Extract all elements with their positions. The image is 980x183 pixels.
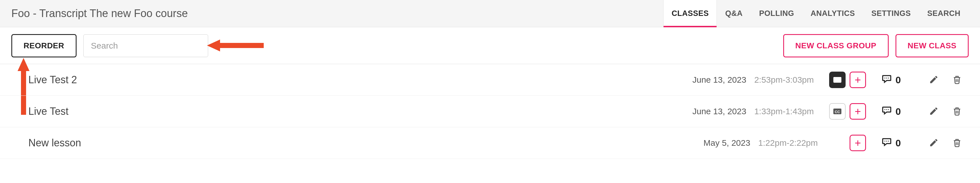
new-class-group-button[interactable]: NEW CLASS GROUP bbox=[783, 34, 889, 58]
trash-icon bbox=[952, 81, 962, 85]
trash-icon bbox=[952, 144, 962, 148]
add-media-button[interactable]: + bbox=[850, 72, 866, 88]
tab-settings[interactable]: SETTINGS bbox=[863, 0, 919, 27]
class-row[interactable]: Live Test 2June 13, 20232:53pm-3:03pm+0 bbox=[0, 64, 980, 96]
comment-icon bbox=[881, 73, 892, 87]
toolbar: REORDER NEW CLASS GROUP NEW CLASS bbox=[0, 27, 980, 64]
class-rows: Live Test 2June 13, 20232:53pm-3:03pm+0L… bbox=[0, 64, 980, 159]
pencil-icon bbox=[929, 144, 939, 148]
delete-button[interactable] bbox=[951, 74, 963, 87]
comment-count: 0 bbox=[896, 106, 901, 117]
media-actions: + bbox=[833, 135, 866, 151]
delete-button[interactable] bbox=[951, 105, 963, 118]
class-time: 1:33pm-1:43pm bbox=[754, 107, 814, 116]
class-date: May 5, 2023 bbox=[703, 138, 750, 148]
tab-qa[interactable]: Q&A bbox=[717, 0, 751, 27]
comments-button[interactable]: 0 bbox=[881, 105, 904, 118]
comment-count: 0 bbox=[896, 74, 901, 85]
comments-button[interactable]: 0 bbox=[881, 73, 904, 87]
search-input[interactable] bbox=[83, 34, 208, 57]
media-cc-icon[interactable] bbox=[829, 72, 846, 88]
class-title: Live Test bbox=[29, 106, 686, 117]
tab-classes[interactable]: CLASSES bbox=[663, 0, 717, 27]
edit-button[interactable] bbox=[928, 137, 940, 149]
class-row[interactable]: Live TestJune 13, 20231:33pm-1:43pm+0 bbox=[0, 96, 980, 127]
edit-button[interactable] bbox=[928, 105, 940, 118]
header-bar: Foo - Transcript The new Foo course CLAS… bbox=[0, 0, 980, 27]
media-actions: + bbox=[829, 103, 866, 120]
row-actions bbox=[928, 105, 963, 118]
tab-search[interactable]: SEARCH bbox=[919, 0, 969, 27]
edit-button[interactable] bbox=[928, 74, 940, 87]
class-date: June 13, 2023 bbox=[692, 75, 746, 85]
row-actions bbox=[928, 137, 963, 149]
media-actions: + bbox=[829, 72, 866, 88]
svg-marker-0 bbox=[207, 40, 264, 51]
media-cc-icon[interactable] bbox=[829, 103, 846, 120]
class-row[interactable]: New lessonMay 5, 20231:22pm-2:22pm+0 bbox=[0, 127, 980, 159]
class-title: Live Test 2 bbox=[29, 74, 686, 86]
comment-count: 0 bbox=[896, 138, 901, 149]
pencil-icon bbox=[929, 81, 939, 85]
annotation-arrow-to-search bbox=[207, 39, 264, 53]
class-title: New lesson bbox=[29, 137, 697, 149]
comment-icon bbox=[881, 136, 892, 149]
class-time: 2:53pm-3:03pm bbox=[754, 75, 814, 85]
row-actions bbox=[928, 74, 963, 87]
add-media-button[interactable]: + bbox=[850, 135, 866, 151]
page-title: Foo - Transcript The new Foo course bbox=[11, 7, 188, 19]
add-media-button[interactable]: + bbox=[850, 103, 866, 120]
reorder-button[interactable]: REORDER bbox=[11, 34, 76, 58]
tab-polling[interactable]: POLLING bbox=[751, 0, 802, 27]
trash-icon bbox=[952, 112, 962, 117]
comment-icon bbox=[881, 105, 892, 118]
class-time: 1:22pm-2:22pm bbox=[758, 138, 818, 148]
class-date: June 13, 2023 bbox=[692, 107, 746, 116]
new-class-button[interactable]: NEW CLASS bbox=[896, 34, 969, 58]
pencil-icon bbox=[929, 112, 939, 117]
comments-button[interactable]: 0 bbox=[881, 136, 904, 149]
tabs: CLASSES Q&A POLLING ANALYTICS SETTINGS S… bbox=[663, 0, 969, 27]
tab-analytics[interactable]: ANALYTICS bbox=[802, 0, 863, 27]
delete-button[interactable] bbox=[951, 137, 963, 149]
